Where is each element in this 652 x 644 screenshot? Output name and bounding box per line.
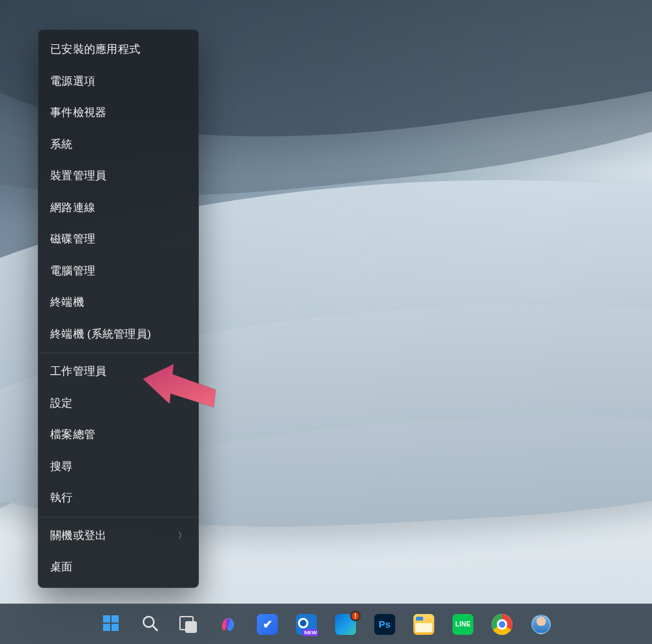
notification-badge-icon: !: [350, 611, 361, 621]
user-avatar-icon: [531, 615, 551, 634]
menu-item-power-options[interactable]: 電源選項: [38, 66, 198, 98]
chevron-right-icon: 〉: [178, 530, 186, 542]
copilot-icon: [218, 615, 238, 634]
menu-item-label: 裝置管理員: [50, 169, 107, 183]
photoshop-button[interactable]: Ps: [370, 609, 400, 639]
menu-item-file-explorer[interactable]: 檔案總管: [38, 419, 198, 451]
menu-item-run[interactable]: 執行: [38, 482, 198, 514]
menu-item-computer-management[interactable]: 電腦管理: [38, 256, 198, 287]
menu-item-terminal-admin[interactable]: 終端機 (系統管理員): [38, 319, 198, 351]
file-explorer-button[interactable]: [409, 609, 439, 639]
svg-line-5: [153, 626, 157, 630]
menu-item-label: 終端機: [50, 295, 84, 310]
edge-button[interactable]: !: [331, 609, 361, 639]
search-button[interactable]: [135, 609, 165, 639]
photoshop-icon: Ps: [374, 614, 395, 635]
outlook-button[interactable]: NEW: [291, 609, 321, 639]
menu-item-event-viewer[interactable]: 事件檢視器: [38, 97, 198, 129]
outlook-icon: NEW: [296, 614, 317, 635]
menu-item-task-manager[interactable]: 工作管理員: [38, 356, 198, 388]
chrome-icon: [492, 614, 512, 635]
task-view-icon: [179, 616, 199, 633]
svg-rect-2: [103, 624, 110, 631]
chrome-button[interactable]: [487, 609, 517, 639]
todo-icon: [257, 614, 278, 635]
menu-separator: [38, 353, 198, 353]
menu-item-label: 執行: [50, 491, 73, 505]
menu-item-installed-apps[interactable]: 已安裝的應用程式: [38, 34, 198, 66]
todo-button[interactable]: [252, 609, 282, 639]
menu-item-shutdown-signout[interactable]: 關機或登出 〉: [38, 520, 198, 552]
menu-item-label: 電腦管理: [50, 264, 95, 278]
task-view-button[interactable]: [174, 609, 204, 639]
menu-item-label: 已安裝的應用程式: [50, 42, 140, 57]
menu-item-label: 磁碟管理: [50, 232, 95, 246]
menu-item-terminal[interactable]: 終端機: [38, 287, 198, 319]
file-explorer-icon: [413, 614, 434, 635]
menu-separator: [38, 517, 198, 518]
menu-item-label: 檔案總管: [50, 428, 95, 442]
menu-item-label: 搜尋: [50, 460, 73, 474]
line-button[interactable]: LINE: [448, 609, 478, 639]
start-icon: [102, 614, 120, 635]
menu-item-network-connections[interactable]: 網路連線: [38, 192, 198, 224]
menu-item-label: 電源選項: [50, 74, 95, 89]
line-icon: LINE: [452, 614, 473, 635]
search-icon: [141, 614, 159, 635]
menu-item-system[interactable]: 系統: [38, 129, 198, 161]
taskbar: NEW ! Ps LINE: [0, 604, 652, 644]
menu-item-label: 事件檢視器: [50, 106, 107, 120]
menu-item-label: 終端機 (系統管理員): [50, 327, 151, 342]
menu-item-disk-management[interactable]: 磁碟管理: [38, 224, 198, 256]
svg-rect-0: [103, 615, 110, 622]
menu-item-device-manager[interactable]: 裝置管理員: [38, 160, 198, 192]
menu-item-label: 桌面: [50, 560, 73, 574]
new-badge: NEW: [303, 629, 318, 636]
menu-item-desktop[interactable]: 桌面: [38, 551, 198, 583]
svg-rect-3: [111, 624, 119, 631]
menu-item-label: 網路連線: [50, 201, 95, 215]
menu-item-label: 工作管理員: [50, 364, 107, 379]
start-button[interactable]: [96, 609, 126, 639]
menu-item-label: 系統: [50, 138, 73, 152]
svg-rect-1: [111, 615, 119, 622]
winx-context-menu: 已安裝的應用程式 電源選項 事件檢視器 系統 裝置管理員 網路連線 磁碟管理 電…: [38, 29, 199, 588]
copilot-button[interactable]: [213, 609, 243, 639]
menu-item-label: 關機或登出: [50, 529, 107, 543]
user-button[interactable]: [526, 609, 556, 639]
menu-item-label: 設定: [50, 396, 73, 411]
menu-item-search[interactable]: 搜尋: [38, 451, 198, 483]
menu-item-settings[interactable]: 設定: [38, 388, 198, 420]
